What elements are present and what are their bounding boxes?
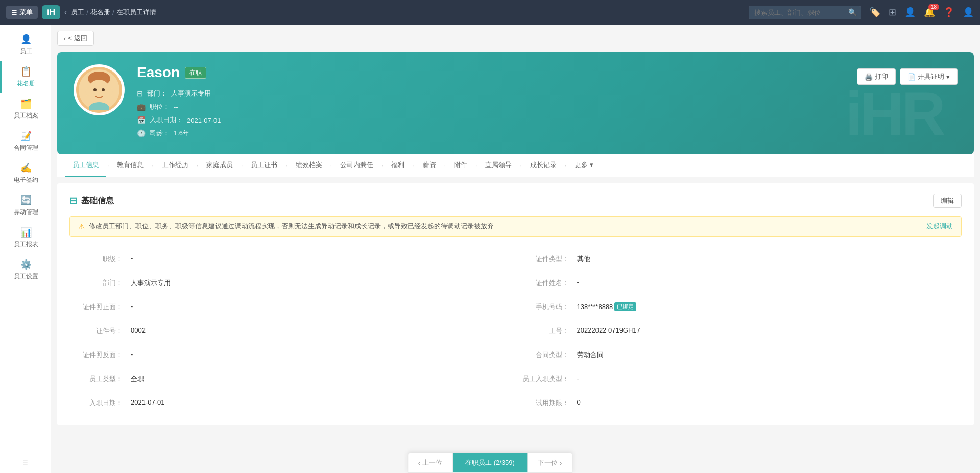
info-left-col: 职级： - 部门： 人事演示专用 证件照正面： - 证件号： 0002 [69,247,516,415]
phone-verified: 138****8888 已绑定 [577,302,637,311]
dept-label: 部门： [69,278,131,288]
probation-label: 试用期限： [516,398,577,408]
cert-type-value: 其他 [577,254,962,264]
tab-attachment[interactable]: 附件 [447,154,474,177]
sidebar-item-employee[interactable]: 👤 员工 [0,29,51,61]
sidebar-item-esign[interactable]: ✍️ 电子签约 [0,157,51,190]
back-nav-button[interactable]: ‹ [64,8,67,17]
sidebar-item-archive[interactable]: 🗂️ 员工档案 [0,93,51,125]
tab-work[interactable]: 工作经历 [155,154,196,177]
tab-concurrent[interactable]: 公司内兼任 [333,154,380,177]
tab-growth[interactable]: 成长记录 [523,154,564,177]
breadcrumb: 员工 / 花名册 / 在职员工详情 [71,8,156,17]
profile-card: Eason 在职 ⊟ 部门： 人事演示专用 💼 职位： -- 📅 入职日期： 2… [57,52,974,154]
sidebar-item-report[interactable]: 📊 员工报表 [0,222,51,254]
notification-badge: 18 [928,4,939,10]
menu-button[interactable]: ☰ 菜单 [6,6,38,19]
warning-icon: ⚠ [78,222,85,231]
field-cert-front: 证件照正面： - [69,295,516,319]
next-employee-button[interactable]: 下一位 › [528,453,572,472]
print-icon: 🖨️ [865,73,873,81]
contract-icon: 📝 [20,130,32,141]
info-grid: 职级： - 部门： 人事演示专用 证件照正面： - 证件号： 0002 [69,247,962,415]
profile-actions: 🖨️ 打印 📄 开具证明 ▾ [857,64,958,85]
sidebar-item-label: 异动管理 [14,208,38,217]
help-icon[interactable]: ❓ [943,7,954,18]
initiate-transfer-link[interactable]: 发起调动 [926,222,953,231]
phone-label: 手机号码： [516,302,577,312]
field-cert-back: 证件照反面： - [69,343,516,367]
notification-icon[interactable]: 🔔 18 [924,7,935,18]
section-title: ⊟ 基础信息 [69,195,114,206]
grid-icon[interactable]: ⊞ [889,7,896,18]
cert-back-label: 证件照反面： [69,350,131,360]
rank-value: - [131,254,516,262]
sidebar-item-roster[interactable]: 📋 花名册 [0,61,51,93]
more-icon: ▾ [590,161,593,169]
verified-badge: 已绑定 [614,302,636,311]
logo: iH [42,5,60,19]
sidebar-collapse[interactable]: ☰ [0,454,51,473]
profile-name-row: Eason 在职 [137,64,845,81]
sidebar-item-contract[interactable]: 📝 合同管理 [0,125,51,157]
sidebar-item-settings[interactable]: ⚙️ 员工设置 [0,254,51,286]
print-button[interactable]: 🖨️ 打印 [857,68,896,85]
field-phone: 手机号码： 138****8888 已绑定 [516,295,962,319]
next-label: 下一位 [538,458,558,467]
user-icon[interactable]: 👤 [904,7,916,18]
tenure-label: 司龄： [150,129,170,138]
sidebar: 👤 员工 📋 花名册 🗂️ 员工档案 📝 合同管理 ✍️ 电子签约 🔄 异动管理… [0,25,51,473]
field-contract-type: 合同类型： 劳动合同 [516,343,962,367]
field-cert-no: 证件号： 0002 [69,319,516,343]
hiredate-label: 入职日期： [150,115,183,125]
tab-family[interactable]: 家庭成员 [199,154,240,177]
flag-icon[interactable]: 🏷️ [869,7,880,18]
tenure-row: 🕐 司龄： 1.6年 [137,129,845,138]
prev-employee-button[interactable]: ‹ 上一位 [408,453,453,472]
svg-point-3 [85,88,90,96]
tab-more[interactable]: 更多 ▾ [567,154,601,177]
svg-point-5 [93,88,97,91]
field-emp-no: 工号： 20222022 0719GH17 [516,319,962,343]
hire-date-label: 入职日期： [69,398,131,408]
back-button[interactable]: ‹ < 返回 [57,31,94,46]
current-employee: 在职员工 (2/359) [453,453,528,472]
next-icon: › [560,459,562,467]
edit-label: 编辑 [941,197,954,204]
tab-cert[interactable]: 员工证书 [244,154,284,177]
phone-value: 138****8888 已绑定 [577,302,962,311]
calendar-icon: 📅 [137,116,146,124]
tab-leader[interactable]: 直属领导 [478,154,519,177]
tab-perf[interactable]: 绩效档案 [289,154,329,177]
tab-welfare[interactable]: 福利 [384,154,412,177]
emp-type-value: 全职 [131,374,516,384]
cert-button[interactable]: 📄 开具证明 ▾ [900,68,958,85]
employment-status-badge: 在职 [185,67,206,79]
section-title-text: 基础信息 [81,196,114,206]
sidebar-item-label: 员工报表 [14,240,38,249]
svg-point-6 [102,88,105,91]
section-header: ⊟ 基础信息 编辑 [69,194,962,208]
emp-type-label: 员工类型： [69,374,131,384]
tab-basic[interactable]: 员工信息 [65,154,106,177]
field-probation: 试用期限： 0 [516,391,962,415]
edit-button[interactable]: 编辑 [933,194,962,208]
tab-salary[interactable]: 薪资 [416,154,443,177]
sidebar-item-exception[interactable]: 🔄 异动管理 [0,190,51,222]
profile-icon[interactable]: 👤 [963,7,974,18]
exception-icon: 🔄 [20,195,32,206]
back-label: < 返回 [68,34,87,43]
pagination-bar: ‹ 上一位 在职员工 (2/359) 下一位 › [408,453,573,473]
contract-type-label: 合同类型： [516,350,577,360]
dept-value: 人事演示专用 [131,278,516,288]
department-row: ⊟ 部门： 人事演示专用 [137,89,845,98]
info-right-col: 证件类型： 其他 证件姓名： - 手机号码： 138****8888 已绑定 [516,247,962,415]
search-input[interactable] [749,6,861,19]
print-label: 打印 [875,72,888,81]
tab-education[interactable]: 教育信息 [110,154,151,177]
emp-no-label: 工号： [516,326,577,336]
sidebar-item-label: 花名册 [17,79,35,88]
cert-name-value: - [577,278,962,286]
tenure-value: 1.6年 [174,129,189,138]
hiredate-row: 📅 入职日期： 2021-07-01 [137,115,845,125]
